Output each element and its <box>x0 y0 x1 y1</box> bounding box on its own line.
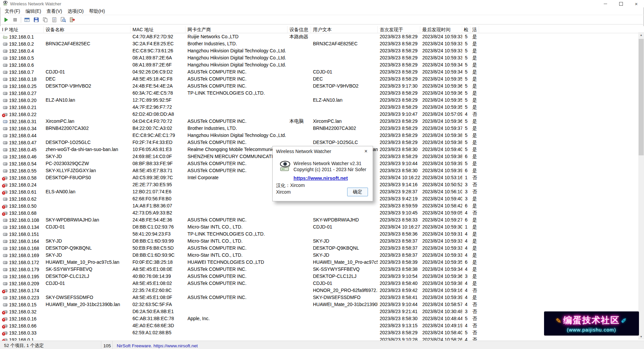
properties-button[interactable] <box>50 16 59 24</box>
menu-file[interactable]: 文件(F) <box>2 7 23 15</box>
cell-info <box>287 132 311 139</box>
find-button[interactable] <box>59 16 68 24</box>
table-row[interactable]: 192.168.0.7CDJD-0104:92:26:D6:C9:D2ASUST… <box>0 68 644 76</box>
scroll-down-arrow-icon[interactable]: ▼ <box>638 334 644 340</box>
cell-n: 4 <box>462 238 470 245</box>
toolbar-separator <box>21 17 21 23</box>
cell-mac: 04:92:26:D6:C9:D2 <box>130 68 185 76</box>
cell-mac: 1A:A8:F1:B8:36:07 <box>130 202 185 209</box>
cell-mac <box>130 336 185 341</box>
table-row[interactable]: 192.168.0.223SKY-DWSEFSSDMFOA8:5E:45:E1:… <box>0 294 644 301</box>
cell-user: HUAWEI_Mate_10_Pro-ac97c5.lan <box>311 259 378 266</box>
table-row[interactable]: 192.168.0.31XircomPC.lan04:D4:C4:F0:70:7… <box>0 118 644 125</box>
column-header-9[interactable]: 活 <box>470 26 479 33</box>
column-header-7[interactable]: 最后发现时间 <box>420 26 462 33</box>
menu-help[interactable]: 帮助(H) <box>86 7 107 15</box>
table-row[interactable]: 192.168.0.195DESKTOP-CLC12LJ40:B0:76:08:… <box>0 273 644 280</box>
table-row[interactable]: 192.168.0.47DESKTOP-1O25GLCF0:2F:74:F4:3… <box>0 139 644 146</box>
column-header-6[interactable]: 首次发现于 <box>378 26 420 33</box>
table-row[interactable]: 192.168.0.12023/8/23 9:10:282023/8/24 10… <box>0 336 644 341</box>
cell-user: SKY-JD <box>311 238 378 245</box>
table-row[interactable]: 192.168.0.6842:73:D5:A9:33:B22023/8/23 9… <box>0 209 644 216</box>
menu-edit[interactable]: 编辑(E) <box>23 7 44 15</box>
statusbar-freeware-note: NirSoft Freeware. https://www.nirsoft.ne… <box>113 341 644 349</box>
cell-act: 是 <box>470 47 479 54</box>
column-header-8[interactable]: 检 <box>462 26 470 33</box>
cell-ip: 192.168.0.58 <box>0 174 44 181</box>
table-row[interactable]: 192.168.0.15158:41:20:94:23:F3TP-LINK TE… <box>0 231 644 238</box>
nirsoft-link[interactable]: https://www.nirsoft.net <box>293 175 348 181</box>
cell-mac: A8:5E:45:18:4C:F8 <box>130 76 185 83</box>
column-header-0[interactable]: I P 地址 <box>0 26 44 33</box>
save-button[interactable] <box>32 16 41 24</box>
table-row[interactable]: 192.168.0.134CDJD-01D8:BB:C1:D2:93:76Mic… <box>0 223 644 231</box>
table-row[interactable]: 192.168.0.108SKY-WPDBRWIAJHD.lan24:4B:FE… <box>0 216 644 223</box>
cell-last: 2023/8/24 10:59:34 <box>420 61 462 68</box>
scrollbar-thumb[interactable] <box>639 39 644 155</box>
close-button[interactable]: × <box>629 0 644 7</box>
vertical-scrollbar[interactable]: ▲ ▼ <box>638 32 644 340</box>
menu-view[interactable]: 查看(V) <box>44 7 65 15</box>
ok-button[interactable]: 确定 <box>347 188 368 196</box>
column-header-4[interactable]: 设备信息 <box>287 26 311 33</box>
cell-last: 2023/8/24 10:59:35 <box>420 76 462 83</box>
stop-scan-button[interactable] <box>10 16 19 24</box>
table-row[interactable]: 192.168.0.15HUAWEI_Mate_20-31bc21390b.la… <box>0 301 644 308</box>
table-row[interactable]: 192.168.0.608:A1:89:87:2E:6FHangzhou Hik… <box>0 61 644 68</box>
cell-first: 2023/8/23 8:58:29 <box>378 33 420 40</box>
cell-info: 本路由器 <box>287 33 311 40</box>
cell-ip: 192.168.0.7 <box>0 68 44 76</box>
column-header-2[interactable]: MAC 地址 <box>130 26 185 33</box>
column-header-1[interactable]: 设备名称 <box>44 26 130 33</box>
cell-user: DEC <box>311 76 378 83</box>
scroll-up-arrow-icon[interactable]: ▲ <box>638 32 644 38</box>
table-row[interactable]: 192.168.0.34BRNB422007CA302B4:22:00:7C:A… <box>0 125 644 132</box>
table-row[interactable]: 192.168.0.164SKY-JDD8:BB:C1:6D:93:99Micr… <box>0 238 644 245</box>
minimize-button[interactable] <box>598 0 613 7</box>
cell-mac: A0:C5:89:3E:09:7C <box>130 174 185 181</box>
cell-vendor: Hangzhou Hikvision Digital Technology Co… <box>185 132 287 139</box>
table-row[interactable]: 192.168.0.172HUAWEI_Mate_10_Pro-ac97c5.l… <box>0 259 644 266</box>
table-row[interactable]: 192.168.0.1C4:70:AB:F2:7D:92Ruijie Netwo… <box>0 33 644 40</box>
table-row[interactable]: 192.168.0.18DECA8:5E:45:18:4C:F8ASUSTek … <box>0 76 644 83</box>
cell-name: SKY-JD <box>44 252 130 259</box>
exit-button[interactable] <box>68 16 77 24</box>
cell-info <box>287 216 311 223</box>
table-row[interactable]: 192.168.0.2BRN3C2AF4E825EC3C:2A:F4:E8:25… <box>0 40 644 47</box>
dialog-close-button[interactable]: × <box>359 146 373 156</box>
cell-info <box>287 266 311 273</box>
cell-first: 2023/8/23 9:10:47 <box>378 111 420 118</box>
column-header-3[interactable]: 网卡生产商 <box>185 26 287 33</box>
column-header-5[interactable]: 用户文本 <box>311 26 378 33</box>
table-row[interactable]: 192.168.0.168DESKTOP-Q9KBQNL50:EB:F6:B8:… <box>0 245 644 252</box>
table-row[interactable]: 192.168.0.2262:D2:4D:08:DD:A82023/8/23 9… <box>0 111 644 118</box>
table-row[interactable]: 192.168.0.169SKY-JDD8:BB:C1:6D:93:9CMicr… <box>0 252 644 259</box>
advanced-options-button[interactable] <box>22 16 32 24</box>
cell-name <box>44 287 130 294</box>
menu-options[interactable]: 选项(O) <box>65 7 86 15</box>
network-device-icon <box>3 62 8 67</box>
table-row[interactable]: 192.168.0.179SK-SSYWYSFFBEVQA8:5E:45:E1:… <box>0 266 644 273</box>
start-scan-button[interactable] <box>1 16 10 24</box>
cell-ip: 192.168.0.33 <box>0 329 44 336</box>
device-offline-icon <box>3 210 8 215</box>
table-row[interactable]: 192.168.0.4EC:C8:9C:73:61:26Hangzhou Hik… <box>0 47 644 54</box>
table-row[interactable]: 192.168.0.44EC:C8:9C:AE:C1:79Hangzhou Hi… <box>0 132 644 139</box>
maximize-button[interactable] <box>613 0 629 7</box>
cell-mac: 22:35:74:E2:60:8C <box>130 287 185 294</box>
table-row[interactable]: 192.168.0.214A:7F:E2:96:F7:722023/8/23 8… <box>0 104 644 111</box>
cell-vendor <box>185 322 287 329</box>
app-icon <box>3 1 8 7</box>
table-row[interactable]: 192.168.0.20ELZ-AN10.lan12:7C:89:95:92:5… <box>0 97 644 104</box>
table-row[interactable]: 192.168.0.25DESKTOP-V9HVBO224:4B:FE:54:4… <box>0 83 644 90</box>
table-row[interactable]: 192.168.0.501A:A8:F1:B8:36:072023/8/23 8… <box>0 202 644 209</box>
cell-vendor <box>185 97 287 104</box>
network-device-icon <box>3 147 8 152</box>
table-row[interactable]: 192.168.0.17422:35:74:E2:60:8CHONOR_20_P… <box>0 287 644 294</box>
copy-button[interactable] <box>41 16 50 24</box>
table-row[interactable]: 192.168.0.2760:3A:7C:4E:C5:78TP-LINK TEC… <box>0 90 644 97</box>
table-row[interactable]: 192.168.0.209CDJD-01A8:5E:45:E1:08:02ASU… <box>0 280 644 287</box>
cell-name <box>44 308 130 315</box>
cell-name: SKY-JD <box>44 153 130 160</box>
table-row[interactable]: 192.168.0.508:A1:89:87:2E:6AHangzhou Hik… <box>0 54 644 61</box>
